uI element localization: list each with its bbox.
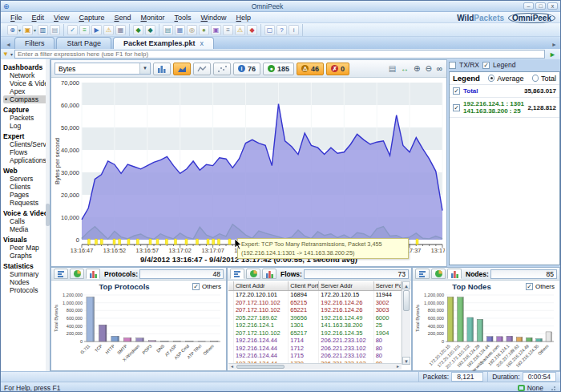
menu-send[interactable]: Send [109,13,135,22]
table-row[interactable]: 207.172.110.10265215192.216.124.263002 [228,299,402,307]
sidebar-item-packets[interactable]: Packets [3,114,50,122]
make-filter-icon[interactable]: ◆ [133,25,143,35]
info-icon[interactable]: i [289,25,299,35]
nodes-others-checkbox[interactable]: ✓ [526,283,533,290]
find-icon[interactable]: ∞ [436,64,443,73]
warning-count-button[interactable]: ⚠46 [297,63,324,75]
fit-width-icon[interactable]: ↔ [400,64,410,73]
zoom-out-icon[interactable]: ⊖ [424,64,432,73]
sidebar-item-clients-servers[interactable]: Clients/Servers [3,140,50,148]
go-to-packet-icon[interactable]: ▶ [91,25,102,35]
units-select[interactable]: Bytes ▼ [54,63,151,75]
table-row[interactable]: 192.216.124.441714206.221.233.10280 [228,337,402,345]
capture-new-icon-dropdown[interactable]: ▾ [18,27,21,33]
sidebar-item-nodes[interactable]: Nodes [3,278,50,286]
legend-row-checkbox[interactable]: ✓ [453,104,460,111]
flows-header-client-port[interactable]: Client Port [289,281,319,290]
table-row[interactable]: 192.216.124.441715206.221.233.10280 [228,352,402,360]
flows-header-server-addr[interactable]: Server Addr [319,281,373,290]
sidebar-item-graphs[interactable]: Graphs [3,252,50,260]
apply-filter-icon[interactable]: ► [547,51,559,59]
open-file-icon-dropdown[interactable]: ▾ [34,27,36,33]
menu-help[interactable]: Help [232,13,256,22]
close-button[interactable]: x [547,2,558,10]
units-select-arrow-icon[interactable]: ▼ [139,63,150,74]
sidebar-item-requests[interactable]: Requests [3,199,50,207]
sidebar-scrollbar[interactable] [46,59,50,371]
menu-file[interactable]: File [6,13,27,22]
protocols-icon[interactable]: ▣ [211,25,221,35]
menu-monitor[interactable]: Monitor [135,13,169,22]
flows-horizontal-scrollbar[interactable]: ◄ ► [228,363,402,370]
sidebar-item-peer-map[interactable]: Peer Map [3,244,50,252]
sidebar-item-applications[interactable]: Applications [3,156,50,164]
tab-scroll-right-icon[interactable]: ► [550,42,560,49]
nodes-bar-chart[interactable]: 1,200,0001,000,000800,000600,000400,0002… [414,292,559,374]
table-row[interactable]: 207.172.110.10265221192.216.124.263003 [228,306,402,314]
alert-packet-icon[interactable]: ⚠ [103,25,114,35]
menu-capture[interactable]: Capture [74,13,109,22]
scroll-down-icon[interactable]: ▼ [402,357,410,365]
sidebar-item-media[interactable]: Media [3,225,50,233]
chart-type-line-button[interactable] [193,63,211,75]
table-row[interactable]: 207.172.110.10265217192.216.124.351904 [228,329,402,337]
maximize-button[interactable]: □ [535,2,546,10]
log-icon[interactable]: ≡ [223,25,233,35]
main-area-chart[interactable]: 70,00060,00050,00040,00030,00020,00010,0… [53,79,445,259]
sidebar-item-summary[interactable]: Summary [3,270,50,278]
legend-row-checkbox[interactable]: ✓ [453,87,460,95]
summary-icon[interactable]: ▤ [163,25,173,35]
flows-table-view-icon[interactable] [230,269,244,279]
save-icon[interactable]: ▥ [38,25,48,35]
flows-vertical-scrollbar[interactable]: ▲ ▼ [402,281,410,365]
flows-table[interactable]: Client AddrClient PortServer AddrServer … [228,281,402,365]
table-row[interactable]: 192.216.124.11301141.163.38.20025 [228,321,402,329]
menu-edit[interactable]: Edit [27,13,50,22]
alarms-icon[interactable]: ⚠ [235,25,245,35]
chart-type-points-button[interactable] [213,63,231,75]
open-file-icon[interactable]: ▣ [22,25,33,35]
sidebar-item-compass[interactable]: Compass [3,95,50,103]
tab-packet-examples-pkt[interactable]: Packet Examples.pktx [113,37,214,49]
tab-scroll-left-icon[interactable]: ◄ [4,42,14,49]
sidebar-item-servers[interactable]: Servers [3,175,50,183]
sidebar-item-clients[interactable]: Clients [3,183,50,191]
tab-start-page[interactable]: Start Page [56,37,111,49]
ok-count-button[interactable]: ●185 [263,63,294,75]
copy-packets-icon[interactable]: ▦ [115,25,126,35]
flows-bar-view-icon[interactable] [262,269,276,279]
filter-expression-input[interactable] [14,50,545,59]
sidebar-item-calls[interactable]: Calls [3,217,50,225]
print-chart-icon[interactable]: ▤ [388,64,397,73]
select-packets-icon[interactable]: ✓ [67,25,78,35]
sidebar-item-protocols[interactable]: Protocols [3,286,50,294]
menu-tools[interactable]: Tools [170,13,196,22]
filters-icon[interactable]: ◆ [247,25,257,35]
sidebar-item-flows[interactable]: Flows [3,148,50,156]
tab-filters[interactable]: Filters [14,37,55,49]
scroll-thumb[interactable] [403,290,410,311]
nodes-hbar-view-icon[interactable] [415,269,430,279]
sidebar-item-apex[interactable]: Apex [3,87,50,95]
chart-type-area-button[interactable] [173,63,191,75]
nodes-icon[interactable]: ● [199,25,209,35]
sidebar-item-network[interactable]: Network [3,71,50,79]
info-count-button[interactable]: i76 [233,63,260,75]
sidebar-item-pages[interactable]: Pages [3,191,50,199]
nodes-bar-view-icon[interactable] [447,269,462,279]
menu-window[interactable]: Window [196,13,232,22]
scroll-right-icon[interactable]: ► [394,364,402,370]
capture-new-icon[interactable]: ⊕ [7,25,18,35]
filter-funnel-icon[interactable]: ▼ [2,51,9,58]
resize-grip[interactable] [551,385,557,391]
error-count-button[interactable]: ✗0 [326,63,349,75]
hscroll-thumb[interactable] [236,365,285,369]
nodes-pie-view-icon[interactable] [431,269,446,279]
table-row[interactable]: 172.20.120.10116894172.20.120.1511944 [228,291,402,299]
scroll-up-icon[interactable]: ▲ [402,281,410,289]
minimize-button[interactable]: – [523,2,534,10]
insert-filter-icon[interactable]: ◆ [145,25,155,35]
help-icon[interactable]: ? [276,25,287,35]
peer-map-icon[interactable]: ◎ [187,25,197,35]
zoom-in-icon[interactable]: ⊕ [413,64,421,73]
